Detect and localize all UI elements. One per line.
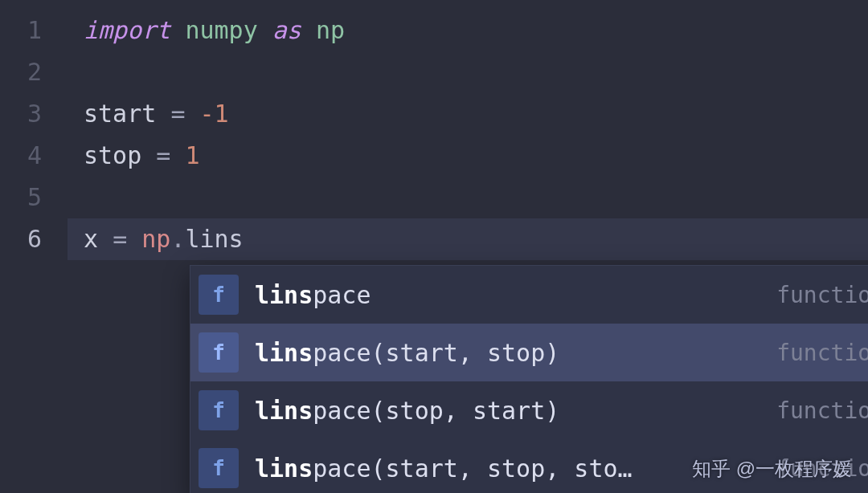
autocomplete-popup[interactable]: f linspace function f linspace(start, st… bbox=[190, 265, 868, 493]
code-line-current[interactable]: x = np.lins bbox=[68, 218, 868, 260]
object-ref: np bbox=[141, 225, 170, 253]
line-number: 1 bbox=[0, 10, 56, 51]
code-area[interactable]: import numpy as np start = -1 stop = 1 x… bbox=[56, 0, 868, 493]
code-editor: 1 2 3 4 5 6 import numpy as np start = -… bbox=[0, 0, 868, 493]
function-icon: f bbox=[199, 390, 239, 430]
alias-name: np bbox=[316, 16, 345, 44]
code-line[interactable]: import numpy as np bbox=[84, 10, 868, 51]
dot-operator: . bbox=[170, 225, 185, 253]
code-line[interactable] bbox=[84, 177, 868, 218]
line-number: 5 bbox=[0, 177, 56, 218]
function-icon: f bbox=[199, 448, 239, 488]
operator: = bbox=[113, 225, 127, 253]
autocomplete-item-selected[interactable]: f linspace(start, stop) function bbox=[190, 324, 868, 381]
autocomplete-item[interactable]: f linspace(start, stop, sto… function bbox=[190, 439, 868, 493]
operator: = bbox=[156, 141, 170, 169]
number-literal: -1 bbox=[200, 100, 229, 128]
identifier: x bbox=[84, 225, 98, 253]
autocomplete-label: linspace bbox=[255, 281, 776, 309]
line-number: 2 bbox=[0, 51, 56, 93]
identifier: start bbox=[84, 100, 156, 128]
autocomplete-kind: function bbox=[776, 282, 868, 308]
keyword-as: as bbox=[272, 16, 301, 44]
autocomplete-label: linspace(start, stop, sto… bbox=[255, 454, 776, 483]
autocomplete-kind: function bbox=[776, 340, 868, 366]
number-literal: 1 bbox=[185, 141, 199, 169]
line-number: 4 bbox=[0, 135, 56, 177]
line-number-gutter: 1 2 3 4 5 6 bbox=[0, 0, 56, 493]
autocomplete-kind: function bbox=[776, 455, 868, 482]
module-name: numpy bbox=[185, 16, 257, 44]
keyword-import: import bbox=[84, 16, 170, 44]
operator: = bbox=[170, 100, 185, 128]
autocomplete-label: linspace(start, stop) bbox=[255, 339, 776, 367]
code-line[interactable]: start = -1 bbox=[84, 93, 868, 135]
function-icon: f bbox=[199, 275, 239, 315]
line-number-current: 6 bbox=[0, 218, 56, 260]
autocomplete-label: linspace(stop, start) bbox=[255, 397, 776, 425]
code-line[interactable] bbox=[84, 51, 868, 93]
autocomplete-kind: function bbox=[776, 397, 868, 424]
partial-input: lins bbox=[185, 225, 243, 253]
autocomplete-item[interactable]: f linspace(stop, start) function bbox=[190, 381, 868, 439]
code-line[interactable]: stop = 1 bbox=[84, 135, 868, 177]
line-number: 3 bbox=[0, 93, 56, 135]
identifier: stop bbox=[84, 141, 141, 169]
autocomplete-item[interactable]: f linspace function bbox=[190, 266, 868, 324]
function-icon: f bbox=[199, 332, 239, 373]
